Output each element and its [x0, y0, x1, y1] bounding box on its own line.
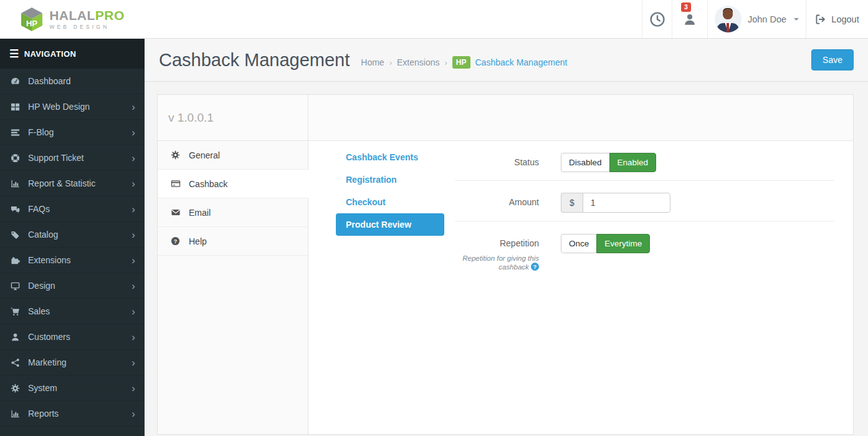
currency-addon: $: [561, 193, 583, 213]
user-menu[interactable]: John Doe: [707, 0, 806, 38]
cashback-event-nav: Cashback Events Registration Checkout Pr…: [336, 146, 444, 434]
breadcrumb-current[interactable]: Cashback Management: [475, 57, 568, 67]
help-question-icon[interactable]: ?: [531, 263, 539, 271]
pill-cashback-events[interactable]: Cashback Events: [336, 146, 444, 168]
bar-chart-icon: [9, 179, 21, 188]
sidebar-item-label: Customers: [28, 332, 70, 342]
share-icon: [9, 358, 21, 367]
product-review-form: Status Disabled Enabled: [455, 141, 834, 434]
sidebar-item-dashboard[interactable]: Dashboard: [0, 69, 145, 94]
sidebar-item-catalog[interactable]: Catalog ›: [0, 222, 145, 248]
repetition-everytime-button[interactable]: Everytime: [596, 234, 650, 253]
sidebar-item-reports[interactable]: Reports ›: [0, 401, 145, 427]
breadcrumb-extensions[interactable]: Extensions: [397, 57, 439, 67]
status-enabled-button[interactable]: Enabled: [609, 153, 657, 172]
sidebar-item-label: Dashboard: [28, 76, 71, 86]
sidebar-item-extensions[interactable]: Extensions ›: [0, 248, 145, 273]
breadcrumb: Home › Extensions › HP Cashback Manageme…: [361, 56, 567, 69]
sidebar-item-label: Design: [28, 281, 55, 291]
person-icon: [682, 12, 697, 27]
support-notifications-button[interactable]: 3: [672, 0, 707, 38]
gear-icon: [9, 384, 21, 393]
chevron-right-icon: ›: [131, 383, 135, 394]
status-label: Status: [455, 153, 539, 167]
page-header: Cashback Management Home › Extensions › …: [145, 39, 868, 82]
amount-input[interactable]: [583, 193, 670, 213]
settings-panel: v 1.0.0.1 General Cashback: [157, 94, 854, 435]
dashboard-icon: [9, 77, 21, 86]
sidebar-item-support-ticket[interactable]: Support Ticket ›: [0, 145, 145, 171]
chevron-right-icon: ›: [131, 332, 135, 342]
logout-icon: [815, 14, 826, 25]
logout-button[interactable]: Logout: [806, 0, 868, 38]
list-icon: [9, 128, 21, 137]
bar-chart-icon: [9, 409, 21, 419]
chevron-right-icon: ›: [131, 153, 135, 163]
pill-product-review[interactable]: Product Review: [336, 213, 444, 236]
breadcrumb-separator: ›: [444, 58, 447, 67]
sidebar-item-label: Sales: [28, 306, 50, 316]
tab-help[interactable]: ? Help: [158, 227, 308, 256]
sidebar-item-sales[interactable]: Sales ›: [0, 299, 145, 324]
settings-tabs: General Cashback Email ?: [158, 141, 308, 434]
sidebar-item-faqs[interactable]: FAQs ›: [0, 196, 145, 222]
sidebar-item-label: Extensions: [28, 255, 70, 265]
question-circle-icon: ?: [170, 236, 181, 246]
brand-text: HALALPRO WEB DESIGN: [49, 9, 125, 30]
content-area: Cashback Management Home › Extensions › …: [145, 39, 868, 436]
chevron-right-icon: ›: [131, 306, 135, 317]
brand-tagline: WEB DESIGN: [49, 24, 125, 30]
tab-label: General: [189, 150, 220, 160]
svg-text:?: ?: [174, 238, 177, 245]
tab-label: Help: [189, 236, 207, 246]
sidebar-item-hp-web-design[interactable]: HP Web Design ›: [0, 94, 145, 120]
sidebar-item-marketing[interactable]: Marketing ›: [0, 350, 145, 375]
chevron-right-icon: ›: [131, 178, 135, 189]
comments-icon: [9, 205, 21, 214]
tab-cashback[interactable]: Cashback: [158, 170, 308, 198]
chevron-right-icon: ›: [131, 230, 135, 240]
sidebar-item-customers[interactable]: Customers ›: [0, 324, 145, 350]
amount-label: Amount: [455, 193, 539, 207]
cashback-tab-pane: Cashback Events Registration Checkout Pr…: [308, 141, 853, 434]
sidebar-item-label: F-Blog: [28, 127, 54, 137]
brand-logo[interactable]: HP HALALPRO WEB DESIGN: [0, 0, 145, 39]
pill-registration[interactable]: Registration: [336, 168, 444, 191]
clock-icon: [649, 11, 665, 27]
sidebar-item-report-statistic[interactable]: Report & Statistic ›: [0, 171, 145, 196]
breadcrumb-home[interactable]: Home: [361, 57, 384, 67]
desktop-icon: [9, 281, 21, 291]
cart-icon: [9, 307, 21, 316]
chevron-right-icon: ›: [131, 255, 135, 266]
tab-general[interactable]: General: [158, 141, 308, 170]
sidebar: ☰ NAVIGATION Dashboard HP Web Design › F…: [0, 39, 145, 436]
amount-input-group: $: [561, 193, 670, 213]
caret-down-icon: [794, 18, 799, 21]
brand-cube-icon: HP: [20, 6, 44, 32]
tags-icon: [9, 230, 21, 240]
logout-label: Logout: [831, 14, 859, 24]
repetition-once-button[interactable]: Once: [561, 234, 597, 253]
chevron-right-icon: ›: [131, 409, 135, 419]
sidebar-item-label: HP Web Design: [28, 102, 90, 112]
sidebar-header-label: NAVIGATION: [24, 49, 77, 59]
sidebar-item-system[interactable]: System ›: [0, 375, 145, 401]
history-clock-button[interactable]: [642, 0, 672, 38]
save-button[interactable]: Save: [811, 49, 854, 70]
grid-icon: [9, 102, 21, 112]
tab-label: Cashback: [189, 179, 227, 189]
life-ring-icon: [9, 153, 21, 163]
repetition-row: Repetition Repetition for giving this ca…: [455, 221, 834, 279]
pill-checkout[interactable]: Checkout: [336, 191, 444, 213]
breadcrumb-separator: ›: [389, 58, 392, 67]
user-name: John Doe: [748, 14, 786, 24]
page-body: v 1.0.0.1 General Cashback: [145, 82, 868, 436]
chevron-right-icon: ›: [131, 127, 135, 138]
puzzle-icon: [9, 256, 21, 265]
sidebar-header[interactable]: ☰ NAVIGATION: [0, 39, 145, 69]
sidebar-item-f-blog[interactable]: F-Blog ›: [0, 120, 145, 145]
sidebar-item-design[interactable]: Design ›: [0, 273, 145, 299]
repetition-toggle: Once Everytime: [561, 234, 650, 253]
tab-email[interactable]: Email: [158, 198, 308, 227]
status-disabled-button[interactable]: Disabled: [561, 153, 610, 172]
